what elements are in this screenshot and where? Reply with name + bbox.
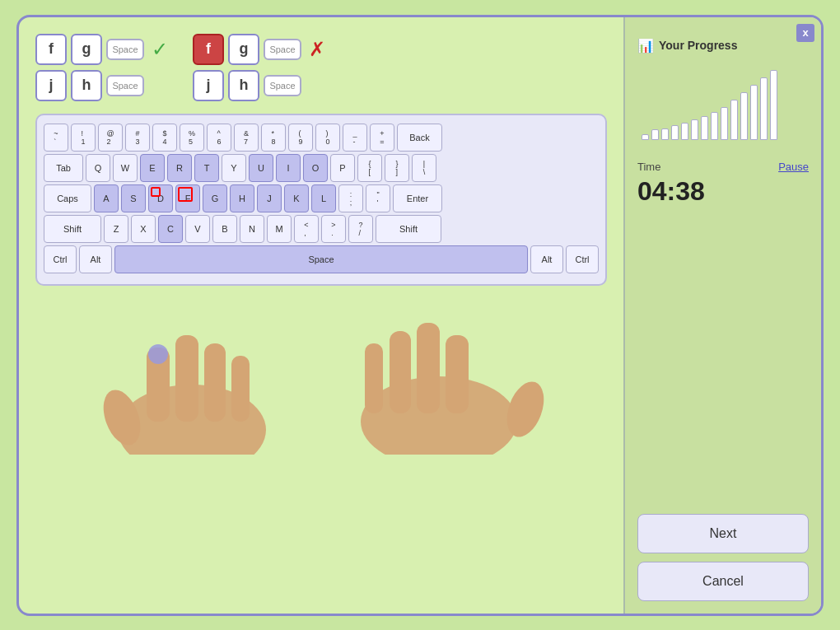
key-space-completed: Space [106, 39, 144, 60]
kb-key-x[interactable]: X [131, 215, 156, 243]
kb-row-shift: Shift Z X C V B N M <, >. ?/ Shift [44, 215, 599, 243]
kb-key-comma[interactable]: <, [294, 215, 319, 243]
progress-label: Your Progress [659, 39, 737, 52]
hands-area [35, 290, 607, 455]
kb-key-ctrl-right[interactable]: Ctrl [566, 245, 599, 273]
kb-key-semicolon[interactable]: :; [338, 184, 363, 212]
kb-key-0[interactable]: )0 [315, 124, 340, 152]
svg-rect-10 [390, 331, 411, 413]
kb-row-qwerty: Tab Q W E R T Y U I O P {[ }] |\ [44, 154, 599, 182]
kb-key-tab[interactable]: Tab [44, 154, 83, 182]
right-panel: x 📊 Your Progress Time Pause 04:38 Next … [623, 17, 821, 614]
kb-key-n[interactable]: N [240, 215, 264, 243]
kb-key-k[interactable]: K [284, 184, 309, 212]
kb-key-j[interactable]: J [257, 184, 282, 212]
chart-bar-10 [740, 92, 748, 140]
kb-key-alt-right[interactable]: Alt [530, 245, 563, 273]
time-label: Time [637, 161, 660, 173]
svg-rect-5 [231, 356, 250, 422]
kb-key-7[interactable]: &7 [234, 124, 259, 152]
seq-row-2-current: j h Space [193, 70, 325, 101]
kb-key-m[interactable]: M [267, 215, 292, 243]
kb-key-quote[interactable]: "' [366, 184, 390, 212]
kb-key-slash[interactable]: ?/ [348, 215, 373, 243]
kb-key-shift-right[interactable]: Shift [376, 215, 441, 243]
cancel-button[interactable]: Cancel [637, 562, 809, 601]
kb-key-y[interactable]: Y [222, 154, 246, 182]
kb-key-a[interactable]: A [94, 184, 119, 212]
kb-key-caps[interactable]: Caps [44, 184, 91, 212]
kb-key-backspace[interactable]: Back [397, 124, 442, 152]
kb-key-c[interactable]: C [158, 215, 183, 243]
kb-key-e[interactable]: E [140, 154, 165, 182]
key-h-completed: h [71, 70, 102, 101]
kb-key-p[interactable]: P [330, 154, 355, 182]
kb-key-s[interactable]: S [121, 184, 146, 212]
key-f-completed: f [35, 34, 67, 65]
svg-rect-9 [365, 343, 383, 413]
kb-key-5[interactable]: %5 [180, 124, 204, 152]
svg-rect-12 [446, 335, 469, 413]
key-j-current: j [193, 70, 224, 101]
chart-bar-2 [661, 128, 669, 140]
next-button[interactable]: Next [637, 514, 809, 553]
time-display: 04:38 [637, 176, 809, 207]
chart-bar-5 [691, 119, 698, 140]
current-sequence: f g Space ✗ j h Space [193, 34, 325, 101]
chart-bar-3 [671, 125, 679, 140]
close-button[interactable]: x [796, 24, 814, 42]
chart-bar-8 [721, 107, 728, 140]
time-section: Time Pause 04:38 [637, 161, 809, 207]
kb-key-d[interactable]: D [148, 184, 173, 212]
kb-key-v[interactable]: V [185, 215, 210, 243]
kb-key-l[interactable]: L [311, 184, 336, 212]
key-g-current: g [228, 34, 259, 65]
kb-key-o[interactable]: O [303, 154, 328, 182]
keyboard: ~` !1 @2 #3 $4 %5 ^6 &7 *8 (9 )0 _- += B… [35, 114, 607, 286]
kb-key-minus[interactable]: _- [343, 124, 367, 152]
kb-key-6[interactable]: ^6 [207, 124, 231, 152]
kb-key-r[interactable]: R [167, 154, 192, 182]
kb-key-g[interactable]: G [203, 184, 227, 212]
kb-key-f[interactable]: F [175, 184, 200, 212]
kb-key-space[interactable]: Space [114, 245, 528, 273]
chart-bar-4 [681, 123, 688, 140]
pause-button[interactable]: Pause [778, 161, 809, 173]
completed-sequence: f g Space ✓ j h Space [35, 34, 168, 101]
kb-key-t[interactable]: T [194, 154, 219, 182]
kb-key-enter[interactable]: Enter [393, 184, 442, 212]
chart-bar-6 [701, 116, 708, 140]
main-container: f g Space ✓ j h Space f g Space ✗ [16, 15, 824, 616]
kb-key-q[interactable]: Q [86, 154, 110, 182]
time-header: Time Pause [637, 161, 809, 173]
kb-key-2[interactable]: @2 [98, 124, 123, 152]
kb-key-bracket-close[interactable]: }] [385, 154, 409, 182]
kb-key-period[interactable]: >. [321, 215, 346, 243]
kb-key-8[interactable]: *8 [261, 124, 286, 152]
check-icon: ✓ [152, 38, 168, 61]
kb-key-i[interactable]: I [276, 154, 301, 182]
kb-key-u[interactable]: U [249, 154, 273, 182]
kb-key-b[interactable]: B [212, 215, 237, 243]
kb-key-bracket-open[interactable]: {[ [357, 154, 382, 182]
progress-title: 📊 Your Progress [637, 38, 809, 54]
kb-key-backslash[interactable]: |\ [412, 154, 436, 182]
kb-key-shift-left[interactable]: Shift [44, 215, 101, 243]
kb-key-3[interactable]: #3 [125, 124, 150, 152]
key-space-current: Space [264, 39, 301, 60]
kb-row-home: Caps A S D F G H J K L :; "' Enter [44, 184, 599, 212]
kb-key-w[interactable]: W [113, 154, 138, 182]
key-space2-completed: Space [106, 75, 144, 96]
kb-key-alt-left[interactable]: Alt [79, 245, 112, 273]
chart-bar-13 [770, 70, 777, 140]
kb-key-1[interactable]: !1 [71, 124, 96, 152]
kb-key-z[interactable]: Z [104, 215, 128, 243]
kb-key-9[interactable]: (9 [288, 124, 313, 152]
kb-key-h[interactable]: H [230, 184, 254, 212]
kb-key-tilde[interactable]: ~` [44, 124, 68, 152]
kb-key-4[interactable]: $4 [152, 124, 177, 152]
chart-bar-1 [651, 129, 659, 140]
kb-key-ctrl-left[interactable]: Ctrl [44, 245, 77, 273]
kb-key-equals[interactable]: += [370, 124, 394, 152]
svg-point-6 [148, 344, 168, 364]
